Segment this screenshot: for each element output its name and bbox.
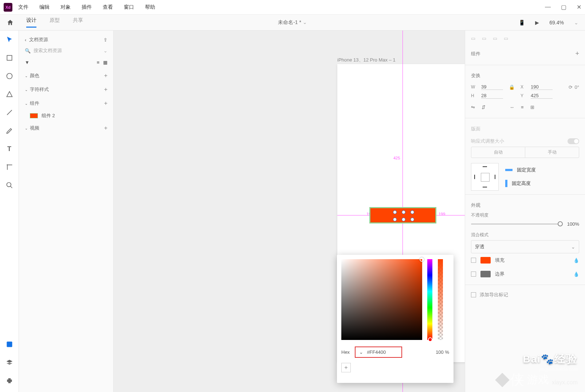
align-top-icons: ▭▭▭▭ bbox=[471, 34, 579, 46]
rotation-value[interactable]: 0° bbox=[575, 84, 579, 90]
share-icon[interactable]: ⇧ bbox=[103, 37, 107, 43]
fixed-height-row[interactable]: 固定高度 bbox=[505, 180, 536, 187]
add-component-plus-icon[interactable]: + bbox=[575, 50, 579, 58]
hue-slider[interactable] bbox=[427, 259, 432, 340]
flip-h-icon[interactable]: ⇋ bbox=[471, 104, 475, 110]
fill-swatch[interactable] bbox=[480, 257, 491, 264]
height-input[interactable] bbox=[481, 93, 503, 99]
grid-view-icon[interactable]: ▦ bbox=[103, 60, 107, 65]
menu-edit[interactable]: 编辑 bbox=[39, 4, 50, 11]
align2-icon[interactable]: ▭ bbox=[482, 36, 486, 41]
section-components[interactable]: ⌄组件+ bbox=[25, 96, 107, 110]
list-view-icon[interactable]: ≡ bbox=[97, 60, 99, 65]
flip-v-icon[interactable]: ⇵ bbox=[482, 104, 486, 110]
home-icon[interactable] bbox=[7, 19, 14, 26]
export-checkbox[interactable] bbox=[471, 292, 476, 297]
svg-line-2 bbox=[7, 110, 12, 115]
section-video[interactable]: ⌄视频+ bbox=[25, 121, 107, 135]
maximize-icon[interactable]: ▢ bbox=[561, 4, 566, 11]
fill-eyedropper-icon[interactable]: 💧 bbox=[573, 258, 579, 263]
menu-view[interactable]: 查看 bbox=[103, 4, 113, 11]
align4-icon[interactable]: ▭ bbox=[504, 36, 508, 41]
menu-plugin[interactable]: 插件 bbox=[82, 4, 92, 11]
plugins-panel-icon[interactable] bbox=[5, 377, 13, 385]
constraint-control[interactable] bbox=[471, 163, 499, 191]
layout-auto[interactable]: 自动 bbox=[471, 147, 525, 158]
add-color-icon[interactable]: + bbox=[104, 72, 107, 79]
mobile-preview-icon[interactable]: 📱 bbox=[519, 20, 525, 25]
dist-h-icon[interactable]: ↔ bbox=[510, 104, 514, 110]
artboard-tool-icon[interactable] bbox=[5, 163, 13, 171]
add-video-icon[interactable]: + bbox=[104, 125, 107, 131]
add-charstyle-icon[interactable]: + bbox=[104, 86, 107, 93]
search-chevron-icon[interactable]: ⌄ bbox=[103, 48, 107, 54]
add-swatch-button[interactable]: + bbox=[341, 363, 351, 372]
rectangle-tool-icon[interactable] bbox=[5, 54, 13, 62]
assets-panel-icon[interactable] bbox=[5, 340, 13, 348]
menu-file[interactable]: 文件 bbox=[18, 4, 28, 11]
section-charstyles[interactable]: ⌄字符样式+ bbox=[25, 83, 107, 96]
color-format-label[interactable]: Hex bbox=[341, 349, 350, 355]
tab-design[interactable]: 设计 bbox=[26, 17, 36, 28]
document-title[interactable]: 未命名-1 * ⌄ bbox=[278, 19, 307, 26]
line-tool-icon[interactable] bbox=[5, 108, 13, 116]
ellipse-tool-icon[interactable] bbox=[5, 72, 13, 80]
color-picker: Hex ⌄ #FF4400 100 % + bbox=[337, 255, 454, 383]
y-input[interactable] bbox=[531, 93, 553, 99]
play-icon[interactable]: ▶ bbox=[535, 20, 539, 25]
fill-checkbox[interactable] bbox=[471, 258, 476, 263]
section-colors[interactable]: ⌄颜色+ bbox=[25, 69, 107, 83]
pen-tool-icon[interactable] bbox=[5, 127, 13, 135]
menu-help[interactable]: 帮助 bbox=[145, 4, 155, 11]
tab-share[interactable]: 共享 bbox=[73, 17, 83, 28]
align3-icon[interactable]: ▭ bbox=[493, 36, 497, 41]
lock-icon[interactable]: 🔒 bbox=[509, 84, 515, 90]
hex-chevron-icon[interactable]: ⌄ bbox=[359, 349, 363, 355]
menu-window[interactable]: 窗口 bbox=[124, 4, 134, 11]
search-row: 🔍 搜索文档资源 ⌄ bbox=[25, 45, 107, 56]
layout-manual[interactable]: 手动 bbox=[525, 147, 579, 158]
minimize-icon[interactable]: — bbox=[545, 4, 551, 11]
opacity-slider[interactable] bbox=[471, 223, 563, 225]
stroke-eyedropper-icon[interactable]: 💧 bbox=[573, 272, 579, 277]
x-input[interactable] bbox=[531, 84, 553, 90]
close-icon[interactable]: ✕ bbox=[577, 4, 581, 11]
menu-object[interactable]: 对象 bbox=[60, 4, 71, 11]
width-input[interactable] bbox=[481, 84, 503, 90]
alpha-slider[interactable] bbox=[438, 259, 443, 340]
artboard-label[interactable]: iPhone 13、12 Pro Max – 1 bbox=[337, 57, 396, 63]
alpha-value[interactable]: 100 % bbox=[436, 349, 449, 355]
tab-prototype[interactable]: 原型 bbox=[50, 17, 60, 28]
fixed-width-row[interactable]: 固定宽度 bbox=[505, 167, 536, 173]
hex-input-highlighted[interactable]: ⌄ #FF4400 bbox=[355, 347, 402, 358]
hex-value[interactable]: #FF4400 bbox=[367, 349, 386, 355]
export-row[interactable]: 添加导出标记 bbox=[471, 289, 579, 301]
selected-object[interactable] bbox=[369, 207, 436, 223]
left-toolbar: T bbox=[0, 31, 19, 392]
zoom-tool-icon[interactable] bbox=[5, 181, 13, 189]
polygon-tool-icon[interactable] bbox=[5, 90, 13, 98]
color-sv-area[interactable] bbox=[341, 259, 422, 340]
text-tool-icon[interactable]: T bbox=[5, 145, 13, 153]
component-list-item[interactable]: 组件 2 bbox=[25, 110, 107, 121]
back-chevron-icon[interactable]: ‹ bbox=[25, 37, 26, 43]
zoom-value[interactable]: 69.4% bbox=[549, 20, 564, 25]
blend-label: 混合模式 bbox=[471, 232, 579, 238]
constraint-box: 固定宽度 固定高度 bbox=[471, 163, 579, 191]
align1-icon[interactable]: ▭ bbox=[471, 36, 475, 41]
add-component-icon[interactable]: + bbox=[104, 100, 107, 107]
stroke-swatch[interactable] bbox=[480, 271, 491, 277]
dist-grid-icon[interactable]: ⊞ bbox=[530, 104, 534, 110]
responsive-toggle[interactable] bbox=[568, 138, 579, 144]
dist-v-icon[interactable]: ≡ bbox=[521, 104, 524, 110]
panel-header: ‹ 文档资源 ⇧ bbox=[25, 34, 107, 45]
search-icon: 🔍 bbox=[25, 48, 31, 54]
zoom-chevron-icon[interactable]: ⌄ bbox=[574, 20, 578, 25]
stroke-checkbox[interactable] bbox=[471, 272, 476, 277]
select-tool-icon[interactable] bbox=[5, 36, 13, 44]
filter-icon[interactable]: ▼ bbox=[25, 60, 30, 65]
blend-select[interactable]: 穿透⌄ bbox=[471, 240, 579, 253]
layers-panel-icon[interactable] bbox=[5, 359, 13, 367]
rotate-icon[interactable]: ⟳ bbox=[569, 84, 573, 90]
search-input[interactable]: 搜索文档资源 bbox=[34, 47, 101, 54]
